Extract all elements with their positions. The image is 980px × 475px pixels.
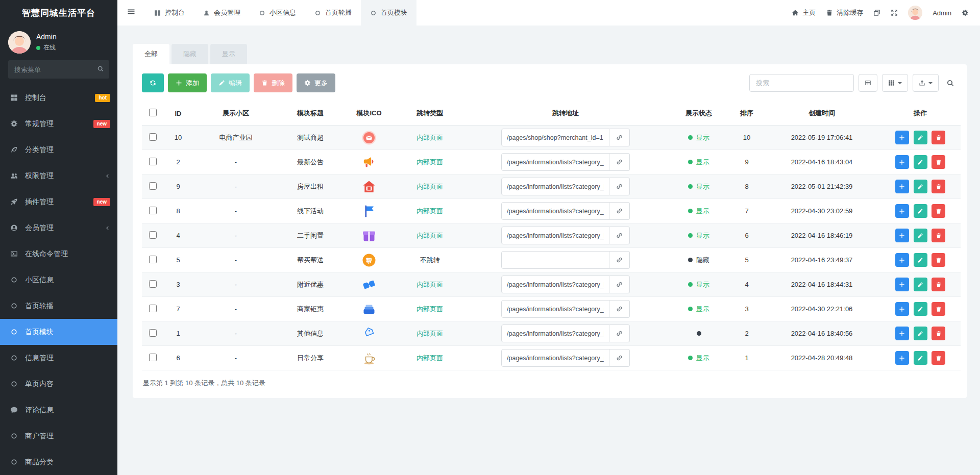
add-button[interactable]: 添加 bbox=[168, 73, 207, 92]
jump-url-input[interactable] bbox=[501, 324, 609, 342]
sidebar-item-addon[interactable]: 插件管理 new bbox=[0, 189, 117, 215]
row-edit-button[interactable] bbox=[914, 253, 927, 267]
top-tab-dashboard[interactable]: 控制台 bbox=[145, 0, 194, 26]
row-add-button[interactable] bbox=[895, 351, 909, 365]
clear-cache-button[interactable]: 清除缓存 bbox=[826, 8, 863, 17]
row-edit-button[interactable] bbox=[914, 351, 927, 365]
row-delete-button[interactable] bbox=[932, 278, 945, 291]
row-delete-button[interactable] bbox=[932, 229, 945, 242]
settings-button[interactable] bbox=[962, 9, 969, 16]
sidebar-item-comments[interactable]: 评论信息 bbox=[0, 397, 117, 423]
link-button[interactable] bbox=[609, 178, 630, 195]
top-tab-community[interactable]: 小区信息 bbox=[250, 0, 305, 26]
export-button[interactable] bbox=[913, 74, 939, 92]
sidebar-item-command[interactable]: 在线命令管理 bbox=[0, 241, 117, 267]
link-button[interactable] bbox=[609, 300, 630, 318]
row-checkbox[interactable] bbox=[149, 329, 157, 337]
row-add-button[interactable] bbox=[895, 278, 909, 291]
jump-type-label[interactable]: 内部页面 bbox=[416, 330, 443, 337]
jump-url-input[interactable] bbox=[501, 202, 609, 220]
sidebar-item-member[interactable]: 会员管理 bbox=[0, 215, 117, 241]
row-delete-button[interactable] bbox=[932, 302, 945, 316]
link-button[interactable] bbox=[609, 202, 630, 220]
status-badge[interactable]: 显示 bbox=[688, 207, 709, 216]
row-delete-button[interactable] bbox=[932, 180, 945, 193]
row-delete-button[interactable] bbox=[932, 327, 945, 340]
sidebar-item-goods-category[interactable]: 商品分类 bbox=[0, 449, 117, 475]
jump-type-label[interactable]: 内部页面 bbox=[416, 305, 443, 313]
sidebar-item-category[interactable]: 分类管理 bbox=[0, 137, 117, 163]
link-button[interactable] bbox=[609, 349, 630, 367]
topbar-avatar[interactable] bbox=[908, 6, 922, 20]
table-search-input[interactable] bbox=[749, 74, 854, 92]
row-edit-button[interactable] bbox=[914, 131, 927, 144]
sidebar-item-banner[interactable]: 首页轮播 bbox=[0, 293, 117, 319]
column-header[interactable]: 展示小区 bbox=[193, 102, 279, 126]
row-add-button[interactable] bbox=[895, 204, 909, 218]
toggle-view-button[interactable] bbox=[859, 74, 877, 92]
topbar-username[interactable]: Admin bbox=[933, 9, 951, 17]
jump-url-input[interactable] bbox=[501, 227, 609, 244]
row-add-button[interactable] bbox=[895, 155, 909, 169]
column-header[interactable]: 模块标题 bbox=[279, 102, 342, 126]
row-checkbox[interactable] bbox=[149, 182, 157, 190]
search-toggle-button[interactable] bbox=[943, 79, 958, 87]
jump-url-input[interactable] bbox=[501, 251, 609, 269]
status-badge[interactable]: 显示 bbox=[688, 280, 709, 289]
link-button[interactable] bbox=[609, 276, 630, 293]
sidebar-item-home-module[interactable]: 首页模块 bbox=[0, 319, 117, 345]
filter-tab-hidden[interactable]: 隐藏 bbox=[172, 44, 208, 64]
link-button[interactable] bbox=[609, 251, 630, 269]
status-badge[interactable] bbox=[697, 331, 701, 336]
column-header[interactable]: 跳转类型 bbox=[396, 102, 463, 126]
row-checkbox[interactable] bbox=[149, 158, 157, 165]
row-delete-button[interactable] bbox=[932, 253, 945, 267]
sidebar-item-single-page[interactable]: 单页内容 bbox=[0, 371, 117, 397]
link-button[interactable] bbox=[609, 227, 630, 244]
row-add-button[interactable] bbox=[895, 253, 909, 267]
select-all-checkbox[interactable] bbox=[149, 109, 157, 116]
row-delete-button[interactable] bbox=[932, 131, 945, 144]
jump-url-input[interactable] bbox=[501, 300, 609, 318]
row-checkbox[interactable] bbox=[149, 280, 157, 288]
row-edit-button[interactable] bbox=[914, 155, 927, 169]
top-tab-banner[interactable]: 首页轮播 bbox=[305, 0, 361, 26]
status-badge[interactable]: 显示 bbox=[688, 354, 709, 363]
status-badge[interactable]: 显示 bbox=[688, 182, 709, 191]
row-edit-button[interactable] bbox=[914, 180, 927, 193]
top-tab-home-module[interactable]: 首页模块 bbox=[361, 0, 416, 26]
column-header[interactable]: 跳转地址 bbox=[463, 102, 668, 126]
column-header[interactable]: 创建时间 bbox=[764, 102, 880, 126]
more-button[interactable]: 更多 bbox=[297, 73, 335, 92]
jump-url-input[interactable] bbox=[501, 276, 609, 293]
pages-button[interactable] bbox=[873, 9, 880, 16]
status-badge[interactable]: 显示 bbox=[688, 305, 709, 314]
jump-type-label[interactable]: 内部页面 bbox=[416, 134, 443, 141]
jump-url-input[interactable] bbox=[501, 178, 609, 195]
row-add-button[interactable] bbox=[895, 302, 909, 316]
sidebar-item-information[interactable]: 信息管理 bbox=[0, 345, 117, 371]
sidebar-search-input[interactable] bbox=[8, 60, 109, 79]
row-delete-button[interactable] bbox=[932, 204, 945, 218]
jump-type-label[interactable]: 内部页面 bbox=[416, 354, 443, 362]
row-edit-button[interactable] bbox=[914, 327, 927, 340]
row-add-button[interactable] bbox=[895, 131, 909, 144]
sidebar-item-general[interactable]: 常规管理 new bbox=[0, 111, 117, 137]
column-header[interactable]: 模块ICO bbox=[342, 102, 396, 126]
columns-button[interactable] bbox=[882, 74, 908, 92]
row-edit-button[interactable] bbox=[914, 278, 927, 291]
status-badge[interactable]: 显示 bbox=[688, 133, 709, 142]
jump-url-input[interactable] bbox=[501, 129, 609, 146]
home-link[interactable]: 主页 bbox=[792, 8, 816, 17]
jump-type-label[interactable]: 内部页面 bbox=[416, 232, 443, 239]
jump-type-label[interactable]: 内部页面 bbox=[416, 183, 443, 190]
column-header[interactable]: 展示状态 bbox=[668, 102, 730, 126]
row-delete-button[interactable] bbox=[932, 155, 945, 169]
row-edit-button[interactable] bbox=[914, 229, 927, 242]
sidebar-item-auth[interactable]: 权限管理 bbox=[0, 163, 117, 189]
row-edit-button[interactable] bbox=[914, 204, 927, 218]
column-header[interactable]: 操作 bbox=[880, 102, 961, 126]
row-delete-button[interactable] bbox=[932, 351, 945, 365]
row-add-button[interactable] bbox=[895, 229, 909, 242]
jump-url-input[interactable] bbox=[501, 349, 609, 367]
